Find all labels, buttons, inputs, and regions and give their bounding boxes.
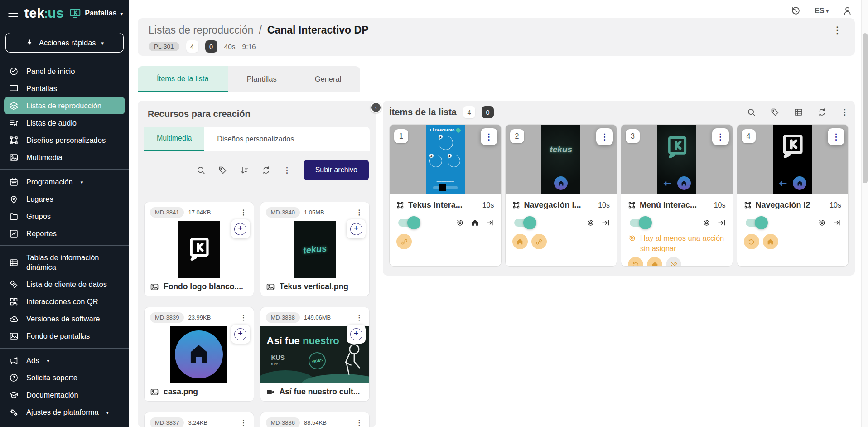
interaction-icon[interactable] (456, 218, 464, 227)
video-icon (266, 388, 275, 397)
item-number-badge: 2 (510, 129, 524, 143)
chevron-down-icon: ▾ (826, 9, 829, 14)
duration-label: 40s (224, 43, 236, 51)
item-kebab-menu[interactable]: ⋮ (828, 128, 844, 145)
table-view-icon[interactable] (794, 107, 803, 117)
workspace-selector[interactable]: Pantallas ▾ (69, 7, 123, 19)
history-icon[interactable] (791, 5, 801, 16)
playlist-item-card[interactable]: 4 ⋮ Navegación I2 10s (737, 124, 849, 267)
resource-kebab-menu[interactable]: ⋮ (240, 314, 247, 321)
resource-card[interactable]: MD-3836 88.54KB ⋮ (260, 412, 370, 427)
go-to-end-icon[interactable] (717, 218, 726, 227)
resource-kebab-menu[interactable]: ⋮ (356, 209, 363, 216)
tab-plantillas[interactable]: Plantillas (228, 66, 296, 92)
sidebar-item-solicita-soporte[interactable]: Solicita soporte (4, 369, 125, 386)
link-action-chip[interactable] (531, 234, 547, 249)
tab-multimedia[interactable]: Multimedia (144, 127, 204, 151)
sidebar-item-fondo-pantallas[interactable]: Fondo de pantallas (4, 327, 125, 345)
resource-kebab-menu[interactable]: ⋮ (356, 419, 363, 427)
add-to-list-button[interactable]: + (231, 325, 250, 344)
home-icon[interactable] (471, 218, 479, 227)
go-to-end-icon[interactable] (486, 218, 494, 227)
item-enabled-toggle[interactable] (746, 219, 765, 227)
header-kebab-menu[interactable]: ⋮ (831, 25, 844, 36)
tab-items-de-la-lista[interactable]: Ítems de la lista (138, 66, 228, 92)
sidebar-item-ajustes-plataforma[interactable]: Ajustes de plataforma▾ (4, 403, 125, 421)
tab-general[interactable]: General (296, 66, 361, 92)
item-enabled-toggle[interactable] (630, 219, 649, 227)
language-selector[interactable]: ES▾ (815, 7, 829, 15)
collapse-panel-button[interactable]: ‹ (371, 102, 381, 113)
resource-kebab-menu[interactable]: ⋮ (240, 419, 247, 427)
sidebar-item-lugares[interactable]: Lugares (4, 190, 125, 208)
sidebar-item-documentacion[interactable]: Documentación (4, 386, 125, 403)
add-to-list-button[interactable]: + (347, 325, 366, 344)
home-action-chip[interactable] (647, 257, 662, 267)
resource-card[interactable]: MD-3838 149.06MB ⋮ + Así fue nuestro KUS… (260, 307, 370, 402)
item-kebab-menu[interactable]: ⋮ (596, 128, 613, 145)
playlist-kebab-menu[interactable]: ⋮ (841, 107, 849, 117)
search-icon[interactable] (196, 165, 206, 175)
link-action-chip[interactable] (396, 234, 412, 249)
go-to-end-icon[interactable] (833, 218, 841, 227)
sidebar-item-disenos-personalizados[interactable]: Diseños personalizados (4, 131, 125, 149)
tag-icon[interactable] (770, 107, 780, 117)
sidebar-item-pantallas[interactable]: Pantallas (4, 80, 125, 97)
upload-file-button[interactable]: Subir archivo (304, 160, 369, 180)
item-kebab-menu[interactable]: ⋮ (712, 128, 729, 145)
help-icon (9, 373, 19, 383)
home-action-chip[interactable] (763, 234, 778, 249)
resource-card[interactable]: MD-3839 23.99KB ⋮ + casa.png (144, 307, 254, 402)
interaction-icon[interactable] (702, 218, 711, 227)
home-icon (651, 261, 659, 267)
sync-icon[interactable] (817, 107, 827, 117)
sidebar-item-programacion[interactable]: Programación▾ (4, 173, 125, 190)
sidebar-item-tablas-informacion-dinamica[interactable]: Tablas de información dinámica (4, 249, 125, 276)
resource-card[interactable]: MD-3840 1.05MB ⋮ + tekus Tekus vertical.… (260, 202, 370, 296)
sidebar-item-listas-de-reproduccion[interactable]: Listas de reproducción (4, 97, 125, 114)
sort-icon[interactable] (240, 165, 249, 175)
interaction-icon[interactable] (586, 218, 595, 227)
playlist-item-card[interactable]: 2 ⋮ tekus Navegación i... 10s (505, 124, 617, 267)
resource-card[interactable]: MD-3841 17.04KB ⋮ + Fondo logo blanco...… (144, 202, 254, 296)
vector-frame-icon (628, 201, 636, 209)
quick-actions-button[interactable]: Acciones rápidas ▾ (5, 33, 124, 53)
search-icon[interactable] (747, 107, 756, 117)
go-to-end-icon[interactable] (601, 218, 610, 227)
sync-icon[interactable] (261, 165, 271, 175)
playlist-item-card[interactable]: 1 ⋮ El Descuento 1 2 3 ▬▬▬▬▬▬▬ Tekus Int… (389, 124, 502, 267)
tag-icon[interactable] (218, 165, 227, 175)
sidebar-item-reportes[interactable]: Reportes (4, 225, 125, 242)
add-to-list-button[interactable]: + (231, 219, 250, 238)
item-enabled-toggle[interactable] (514, 219, 533, 227)
image-icon (9, 152, 19, 162)
sidebar-item-interacciones-qr[interactable]: Interacciones con QR (4, 293, 125, 310)
resource-kebab-menu[interactable]: ⋮ (356, 314, 363, 321)
scrollbar-thumb[interactable] (863, 33, 868, 183)
sidebar-item-lista-cliente-datos[interactable]: Lista de cliente de datos (4, 276, 125, 293)
sidebar-item-versiones-software[interactable]: Versiones de software (4, 310, 125, 327)
undo-action-chip[interactable] (628, 257, 643, 267)
toolbar-kebab-menu[interactable]: ⋮ (283, 165, 291, 175)
home-action-chip[interactable] (512, 234, 528, 249)
sidebar-item-multimedia[interactable]: Multimedia (4, 149, 125, 166)
interaction-icon[interactable] (818, 218, 826, 227)
sidebar-item-grupos[interactable]: Grupos (4, 208, 125, 225)
item-kebab-menu[interactable]: ⋮ (481, 128, 497, 145)
breadcrumb[interactable]: Listas de reproducción (149, 24, 253, 36)
add-to-list-button[interactable]: + (347, 219, 366, 238)
sidebar-item-panel-de-inicio[interactable]: Panel de inicio (4, 63, 125, 80)
vector-frame-icon (744, 201, 752, 209)
k-logo-graphic (780, 133, 805, 160)
resource-card[interactable]: MD-3837 3.24KB ⋮ (144, 412, 254, 427)
item-enabled-toggle[interactable] (398, 219, 417, 227)
resource-kebab-menu[interactable]: ⋮ (240, 209, 247, 216)
user-icon[interactable] (842, 5, 853, 16)
broken-link-action-chip[interactable] (666, 257, 681, 267)
hamburger-menu-icon[interactable] (7, 7, 19, 19)
sidebar-item-listas-de-audio[interactable]: Listas de audio (4, 114, 125, 131)
tab-disenos-personalizados[interactable]: Diseños personalizados (204, 127, 307, 151)
playlist-item-card[interactable]: 3 ⋮ Menú interac... 10s (621, 124, 733, 267)
undo-action-chip[interactable] (744, 234, 759, 249)
sidebar-item-ads[interactable]: Ads▾ (4, 352, 125, 369)
